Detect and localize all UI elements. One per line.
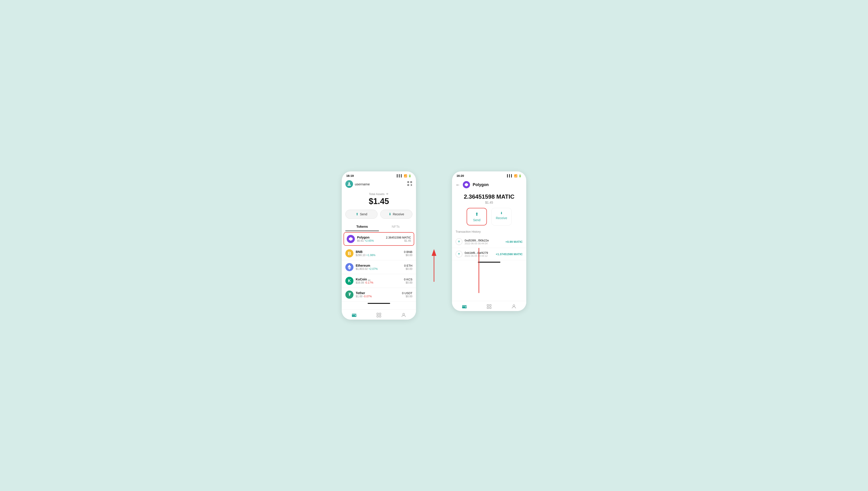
token-row-polygon[interactable]: Polygon $0.61 +2.65% 2.36451598 MATIC $1… — [344, 232, 414, 246]
arrow-annotation — [425, 250, 443, 286]
header-row: username — [342, 179, 416, 190]
screen1-wallet: 16:19 ▎▎▎ 📶 🔋 username — [342, 171, 416, 320]
token-row-kucoin[interactable]: K KuCoin ... $16.08 -0.17% 0 KCS $0.00 — [342, 274, 416, 288]
token-row-tether[interactable]: ₮ Tether $1.00 -0.07% 0 USDT $0.00 — [342, 288, 416, 301]
screen2-polygon-icon — [463, 181, 470, 188]
tether-name: Tether — [356, 291, 402, 295]
tx-amount-2: +1.37451598 MATIC — [496, 253, 523, 256]
nav-wallet-1[interactable] — [351, 312, 357, 318]
eye-icon[interactable]: 👁 — [386, 192, 389, 196]
nav-profile-1[interactable] — [401, 312, 406, 318]
nav-wallet-2[interactable] — [462, 304, 467, 309]
svg-marker-9 — [348, 267, 351, 269]
screen2-header: ← Polygon — [452, 179, 526, 191]
scan-icon[interactable] — [407, 181, 412, 187]
svg-rect-15 — [379, 316, 381, 317]
eth-name: Ethereum — [356, 264, 404, 267]
tx-icon-1 — [456, 238, 462, 245]
wifi-icon-2: 📶 — [514, 174, 518, 177]
status-icons-2: ▎▎▎ 📶 🔋 — [507, 174, 522, 177]
polygon-val: $1.45 — [386, 239, 411, 242]
nav-apps-2[interactable] — [487, 304, 492, 309]
tx-hash-1: 0xd5399...f90b22e — [465, 239, 503, 242]
polygon-icon — [347, 235, 355, 243]
token-row-bnb[interactable]: B BNB $290.10 +1.98% 0 BNB $0.00 — [342, 247, 416, 260]
user-info: username — [345, 180, 370, 188]
screen2-receive-button[interactable]: ⬇ Receive — [491, 208, 512, 226]
screen2-title: Polygon — [473, 182, 489, 187]
screen2-polygon: 16:20 ▎▎▎ 📶 🔋 ← Polygon 2.36451598 MATIC… — [452, 171, 526, 311]
svg-rect-14 — [377, 316, 378, 317]
token-balance-section: 2.36451598 MATIC $1.45 — [452, 191, 526, 208]
token-row-eth[interactable]: Ethereum $1,803.02 +2.07% 0 ETH $0.00 — [342, 260, 416, 274]
total-label: Total Assets 👁 — [342, 192, 416, 196]
polygon-price: $0.61 +2.65% — [357, 239, 386, 242]
svg-rect-26 — [487, 307, 489, 309]
receive-arrow-icon: ⬇ — [500, 211, 503, 215]
bnb-info: BNB $290.10 +1.98% — [356, 250, 404, 257]
receive-icon: ⬇ — [389, 212, 392, 216]
battery-icon-2: 🔋 — [518, 174, 522, 177]
wifi-icon: 📶 — [404, 174, 407, 177]
time-2: 16:20 — [457, 174, 464, 177]
tx-hash-2: 0xb1bf8...8af4279 — [465, 251, 493, 255]
tx-row-2[interactable]: 0xb1bf8...8af4279 2022-06-05 00:44:12 +1… — [452, 248, 526, 260]
eth-price: $1,803.02 +2.07% — [356, 267, 404, 270]
send-icon: ⬆ — [356, 212, 359, 216]
bnb-name: BNB — [356, 250, 404, 254]
username-label: username — [355, 182, 370, 186]
kucoin-price: $16.08 -0.17% — [356, 281, 404, 284]
tx-amount-1: +0.99 MATIC — [505, 240, 523, 243]
kucoin-info: KuCoin ... $16.08 -0.17% — [356, 278, 404, 284]
total-assets-section: Total Assets 👁 $1.45 — [342, 190, 416, 210]
tether-amount: 0 USDT $0.00 — [402, 291, 412, 298]
home-indicator-1 — [368, 303, 390, 304]
tx-info-1: 0xd5399...f90b22e 2022-06-05 00:44:54 — [465, 239, 503, 245]
polygon-qty: 2.36451598 MATIC — [386, 236, 411, 239]
battery-icon: 🔋 — [408, 174, 411, 177]
tx-info-2: 0xb1bf8...8af4279 2022-06-05 00:44:12 — [465, 251, 493, 257]
tx-history-label: Transaction History — [452, 230, 526, 236]
signal-icon: ▎▎▎ — [397, 174, 403, 177]
kucoin-icon: K — [345, 277, 353, 285]
bnb-price: $290.10 +1.98% — [356, 254, 404, 257]
tx-date-1: 2022-06-05 00:44:54 — [465, 242, 503, 245]
nav-profile-2[interactable] — [511, 304, 517, 309]
nav-apps-1[interactable] — [376, 312, 381, 318]
back-button[interactable]: ← — [456, 182, 460, 187]
tx-row-1[interactable]: 0xd5399...f90b22e 2022-06-05 00:44:54 +0… — [452, 236, 526, 248]
bottom-nav-1 — [342, 310, 416, 320]
svg-marker-7 — [349, 237, 353, 241]
polygon-name: Polygon — [357, 236, 386, 239]
tether-info: Tether $1.00 -0.07% — [356, 291, 402, 298]
balance-usd: $1.45 — [452, 201, 526, 204]
send-arrow-icon: ⬆ — [475, 211, 479, 217]
eth-info: Ethereum $1,803.02 +2.07% — [356, 264, 404, 270]
eth-icon — [345, 263, 353, 271]
bnb-icon: B — [345, 249, 353, 257]
receive-button[interactable]: ⬇ Receive — [380, 210, 412, 219]
tx-icon-2 — [456, 251, 462, 257]
svg-rect-13 — [379, 313, 381, 315]
svg-point-28 — [513, 305, 515, 307]
svg-rect-2 — [411, 181, 412, 183]
svg-point-0 — [348, 182, 350, 184]
svg-rect-11 — [355, 315, 356, 316]
total-amount: $1.45 — [342, 197, 416, 206]
send-button[interactable]: ⬆ Send — [345, 210, 377, 219]
svg-marker-19 — [465, 183, 468, 186]
screen2-send-button[interactable]: ⬆ Send — [467, 208, 487, 226]
kucoin-name: KuCoin ... — [356, 278, 404, 281]
tab-tokens[interactable]: Tokens — [345, 222, 379, 231]
status-bar-2: 16:20 ▎▎▎ 📶 🔋 — [452, 171, 526, 179]
eth-amount: 0 ETH $0.00 — [404, 264, 412, 270]
polygon-info: Polygon $0.61 +2.65% — [357, 236, 386, 242]
tabs-row: Tokens NFTs — [345, 222, 412, 231]
screen2-actions: ⬆ Send ⬇ Receive — [452, 208, 526, 230]
time-1: 16:19 — [346, 174, 354, 177]
big-balance: 2.36451598 MATIC — [452, 193, 526, 200]
svg-rect-23 — [465, 307, 466, 308]
avatar — [345, 180, 353, 188]
tab-nfts[interactable]: NFTs — [379, 222, 412, 231]
svg-rect-25 — [490, 305, 491, 306]
